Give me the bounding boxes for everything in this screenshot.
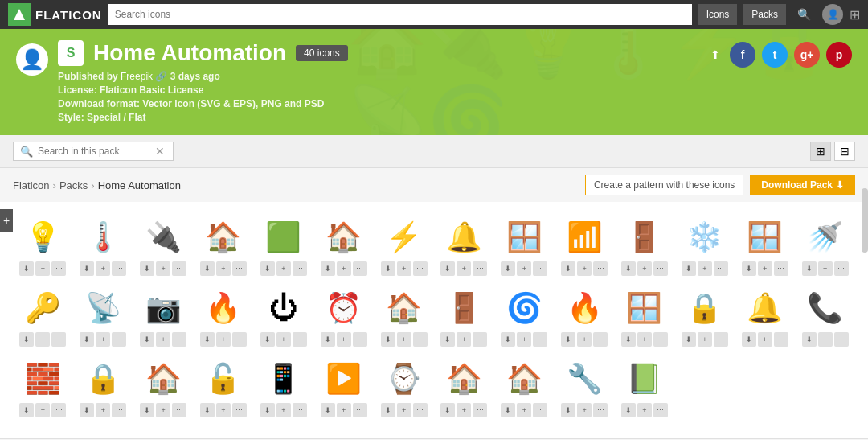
icon-more-btn[interactable]: ⋯: [232, 403, 247, 417]
icon-cell[interactable]: 🚪 ⬇ + ⋯: [434, 281, 494, 352]
icon-cell[interactable]: 🔧 ⬇ + ⋯: [555, 352, 615, 422]
icon-more-btn[interactable]: ⋯: [473, 261, 487, 276]
icon-add-btn[interactable]: +: [276, 261, 291, 276]
icon-download-btn[interactable]: ⬇: [802, 332, 817, 347]
icon-cell[interactable]: 🧱 ⬇ + ⋯: [13, 352, 73, 422]
icon-download-btn[interactable]: ⬇: [440, 403, 455, 417]
toolbar-clear-icon[interactable]: ✕: [155, 145, 165, 158]
icon-add-btn[interactable]: +: [457, 403, 471, 417]
icon-more-btn[interactable]: ⋯: [413, 261, 428, 276]
icon-more-btn[interactable]: ⋯: [714, 261, 728, 276]
icon-add-btn[interactable]: +: [517, 403, 531, 417]
icon-download-btn[interactable]: ⬇: [260, 403, 275, 417]
view-grid-btn[interactable]: ⊞: [810, 142, 831, 161]
icon-download-btn[interactable]: ⬇: [200, 261, 215, 276]
icon-more-btn[interactable]: ⋯: [353, 332, 367, 347]
icon-cell[interactable]: 📗 ⬇ + ⋯: [615, 352, 675, 422]
icon-cell[interactable]: 🔓 ⬇ + ⋯: [194, 352, 254, 422]
icon-more-btn[interactable]: ⋯: [112, 261, 126, 276]
sidebar-add-icon[interactable]: +: [3, 214, 10, 227]
icon-download-btn[interactable]: ⬇: [621, 332, 636, 347]
icon-cell[interactable]: 🏠 ⬇ + ⋯: [313, 210, 374, 281]
icon-download-btn[interactable]: ⬇: [682, 332, 696, 347]
icon-more-btn[interactable]: ⋯: [51, 332, 66, 347]
icon-add-btn[interactable]: +: [216, 261, 231, 276]
icon-download-btn[interactable]: ⬇: [561, 261, 575, 276]
icon-cell[interactable]: 🌡️ ⬇ + ⋯: [73, 210, 133, 281]
icon-download-btn[interactable]: ⬇: [561, 332, 575, 347]
icon-cell[interactable]: ▶️ ⬇ + ⋯: [313, 352, 374, 422]
icon-cell[interactable]: 📷 ⬇ + ⋯: [133, 281, 194, 352]
icon-more-btn[interactable]: ⋯: [473, 403, 487, 417]
icon-add-btn[interactable]: +: [96, 332, 110, 347]
icon-cell[interactable]: ⏻ ⬇ + ⋯: [253, 281, 313, 352]
icon-download-btn[interactable]: ⬇: [381, 261, 395, 276]
icon-cell[interactable]: 🏠 ⬇ + ⋯: [434, 352, 494, 422]
icon-more-btn[interactable]: ⋯: [232, 332, 247, 347]
icon-cell[interactable]: ⏰ ⬇ + ⋯: [313, 281, 374, 352]
nav-search-icon[interactable]: 🔍: [792, 8, 816, 21]
icon-add-btn[interactable]: +: [397, 403, 411, 417]
icon-cell[interactable]: 🏠 ⬇ + ⋯: [374, 281, 434, 352]
icon-more-btn[interactable]: ⋯: [353, 403, 367, 417]
icon-download-btn[interactable]: ⬇: [19, 403, 34, 417]
icon-add-btn[interactable]: +: [637, 261, 652, 276]
icon-add-btn[interactable]: +: [35, 261, 50, 276]
icon-cell[interactable]: ⌚ ⬇ + ⋯: [374, 352, 434, 422]
icon-add-btn[interactable]: +: [818, 332, 833, 347]
icon-add-btn[interactable]: +: [397, 332, 411, 347]
icon-download-btn[interactable]: ⬇: [802, 261, 817, 276]
icon-download-btn[interactable]: ⬇: [19, 261, 34, 276]
breadcrumb-packs[interactable]: Packs: [59, 179, 88, 191]
icon-more-btn[interactable]: ⋯: [774, 261, 788, 276]
icon-add-btn[interactable]: +: [758, 261, 772, 276]
nav-avatar[interactable]: 👤: [822, 4, 843, 25]
icon-more-btn[interactable]: ⋯: [774, 332, 788, 347]
icon-cell[interactable]: 🪟 ⬇ + ⋯: [615, 281, 675, 352]
icon-add-btn[interactable]: +: [276, 332, 291, 347]
icon-add-btn[interactable]: +: [698, 261, 712, 276]
icon-add-btn[interactable]: +: [337, 332, 351, 347]
icon-download-btn[interactable]: ⬇: [561, 403, 575, 417]
icon-add-btn[interactable]: +: [577, 261, 592, 276]
icon-download-btn[interactable]: ⬇: [440, 261, 455, 276]
icon-cell[interactable]: 🪟 ⬇ + ⋯: [735, 210, 795, 281]
icon-more-btn[interactable]: ⋯: [293, 403, 307, 417]
icon-more-btn[interactable]: ⋯: [653, 403, 668, 417]
icon-more-btn[interactable]: ⋯: [714, 332, 728, 347]
icon-cell[interactable]: 📡 ⬇ + ⋯: [73, 281, 133, 352]
icon-more-btn[interactable]: ⋯: [51, 261, 66, 276]
icon-more-btn[interactable]: ⋯: [172, 332, 186, 347]
icon-add-btn[interactable]: +: [337, 403, 351, 417]
icon-cell[interactable]: 📞 ⬇ + ⋯: [795, 281, 855, 352]
icon-add-btn[interactable]: +: [457, 332, 471, 347]
icon-add-btn[interactable]: +: [517, 261, 531, 276]
icon-add-btn[interactable]: +: [577, 332, 592, 347]
icon-add-btn[interactable]: +: [156, 261, 170, 276]
icon-download-btn[interactable]: ⬇: [682, 261, 696, 276]
icon-download-btn[interactable]: ⬇: [19, 332, 34, 347]
icon-cell[interactable]: 🔒 ⬇ + ⋯: [674, 281, 735, 352]
icon-cell[interactable]: 🔔 ⬇ + ⋯: [434, 210, 494, 281]
icon-cell[interactable]: 🚪 ⬇ + ⋯: [615, 210, 675, 281]
icon-cell[interactable]: 🪟 ⬇ + ⋯: [494, 210, 555, 281]
icon-download-btn[interactable]: ⬇: [381, 332, 395, 347]
view-list-btn[interactable]: ⊟: [834, 142, 855, 161]
icon-download-btn[interactable]: ⬇: [200, 332, 215, 347]
icon-more-btn[interactable]: ⋯: [172, 261, 186, 276]
icon-download-btn[interactable]: ⬇: [260, 332, 275, 347]
icon-add-btn[interactable]: +: [637, 332, 652, 347]
icon-more-btn[interactable]: ⋯: [232, 261, 247, 276]
icon-download-btn[interactable]: ⬇: [321, 403, 335, 417]
icon-download-btn[interactable]: ⬇: [200, 403, 215, 417]
icon-more-btn[interactable]: ⋯: [653, 332, 668, 347]
icon-add-btn[interactable]: +: [577, 403, 592, 417]
icon-cell[interactable]: 🟩 ⬇ + ⋯: [253, 210, 313, 281]
icon-more-btn[interactable]: ⋯: [834, 332, 849, 347]
icon-more-btn[interactable]: ⋯: [593, 332, 608, 347]
icon-cell[interactable]: 💡 ⬇ + ⋯: [13, 210, 73, 281]
icon-more-btn[interactable]: ⋯: [533, 403, 547, 417]
icon-more-btn[interactable]: ⋯: [593, 261, 608, 276]
nav-search-input[interactable]: [108, 4, 692, 25]
author-link[interactable]: Freepik: [121, 71, 153, 82]
